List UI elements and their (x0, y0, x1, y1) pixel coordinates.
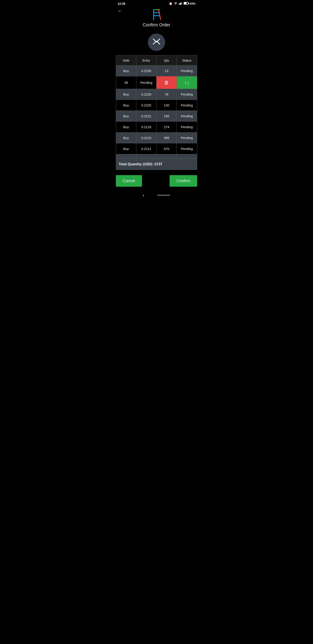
col-status: Status (177, 56, 197, 65)
sort-button[interactable]: ↑↓ (177, 76, 197, 89)
cell-status: Pending (177, 89, 197, 100)
status-bar: 12:35 ⏰ 63% (114, 0, 199, 6)
cell-entry: 0.2211 (136, 144, 156, 154)
action-status: Pending (136, 76, 156, 89)
sort-icon: ↑↓ (185, 80, 189, 86)
bottom-actions: Cancel Confirm (114, 172, 199, 190)
table-row-empty (116, 154, 197, 158)
total-label: Total Quantity (USD) :3737 (119, 162, 162, 166)
cell-status: Pending (177, 132, 197, 143)
svg-rect-2 (180, 3, 180, 5)
coin-container (114, 30, 199, 55)
status-icons: ⏰ 63% (169, 2, 195, 6)
cell-side: Buy (116, 89, 136, 100)
cell-qty: 78 (156, 89, 177, 100)
home-indicator (157, 195, 170, 196)
cell-side: Buy (116, 122, 136, 132)
trash-icon: 🗑 (164, 80, 169, 86)
table-row: Buy 0.2228 78 Pending (116, 89, 197, 100)
svg-rect-1 (179, 4, 180, 5)
cell-qty: 130 (156, 100, 177, 110)
table-row: Buy 0.2218 274 Pending (116, 122, 197, 132)
orders-table: Side Entry Qty Status Buy 0.2235 13 Pend… (116, 55, 197, 170)
action-qty: 39 (116, 76, 136, 89)
table-header: Side Entry Qty Status (116, 56, 197, 66)
cell-entry: 0.2235 (136, 66, 156, 76)
col-entry: Entry (136, 56, 156, 65)
table-row: Buy 0.2235 13 Pending (116, 66, 197, 76)
cell-status: Pending (177, 122, 197, 132)
back-button[interactable]: ← (118, 8, 122, 14)
cell-entry: 0.2218 (136, 122, 156, 132)
time-display: 12:35 (118, 2, 125, 6)
cell-qty: 365 (156, 132, 177, 143)
cell-status: Pending (177, 144, 197, 154)
svg-line-9 (158, 10, 160, 20)
battery-percent: 63% (190, 2, 195, 5)
cell-qty: 274 (156, 122, 177, 132)
cell-status: Pending (177, 100, 197, 110)
cell-side: Buy (116, 144, 136, 154)
cell-status: Pending (177, 66, 197, 76)
signal-icon (179, 2, 182, 6)
table-row: Buy 0.2211 470 Pending (116, 144, 197, 154)
action-row: 39 Pending 🗑 ↑↓ (116, 76, 197, 89)
app-logo (150, 8, 163, 21)
cell-entry: 0.2228 (136, 89, 156, 100)
nav-bar: ‹ (114, 190, 199, 200)
battery-icon (184, 2, 188, 5)
nav-back-icon[interactable]: ‹ (143, 193, 144, 198)
cell-qty: 470 (156, 144, 177, 154)
cancel-button[interactable]: Cancel (116, 175, 142, 187)
svg-rect-3 (181, 2, 181, 5)
cell-entry: 0.2221 (136, 111, 156, 122)
page-title: Confirm Order (143, 22, 170, 28)
col-side: Side (116, 56, 136, 65)
wifi-icon (174, 2, 178, 6)
svg-rect-4 (182, 2, 182, 5)
cell-qty: 195 (156, 111, 177, 122)
cell-qty: 13 (156, 66, 177, 76)
table-row: Buy 0.2225 130 Pending (116, 100, 197, 111)
col-qty: Qty (156, 56, 177, 65)
table-row: Buy 0.2221 195 Pending (116, 111, 197, 122)
cell-status: Pending (177, 111, 197, 122)
delete-button[interactable]: 🗑 (156, 76, 177, 89)
cell-side: Buy (116, 100, 136, 110)
coin-icon (148, 34, 165, 51)
svg-point-10 (156, 41, 157, 42)
svg-point-0 (175, 4, 176, 5)
cell-entry: 0.2225 (136, 100, 156, 110)
cell-side: Buy (116, 66, 136, 76)
confirm-button[interactable]: Confirm (170, 175, 197, 187)
cell-side: Buy (116, 111, 136, 122)
cell-side: Buy (116, 132, 136, 143)
header: ← Confirm Order (114, 6, 199, 30)
cell-entry: 0.2215 (136, 132, 156, 143)
table-row: Buy 0.2215 365 Pending (116, 132, 197, 144)
alarm-icon: ⏰ (169, 2, 172, 5)
